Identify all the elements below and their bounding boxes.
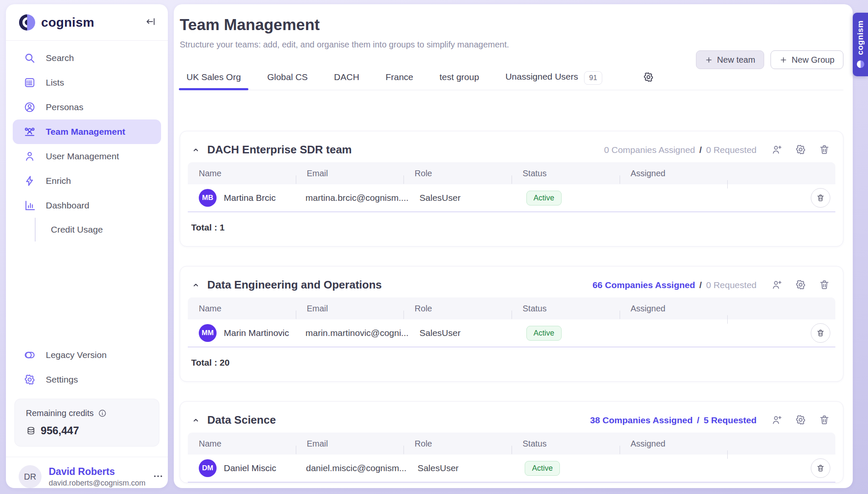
brand-tab-label: cognism [856, 20, 865, 55]
group-tabs: UK Sales Org Global CS DACH France test … [180, 69, 843, 90]
sidebar-item-dashboard[interactable]: Dashboard [13, 193, 161, 218]
avatar: DR [19, 465, 42, 488]
member-role: SalesUser [409, 328, 515, 338]
team-settings-button[interactable] [795, 144, 807, 156]
info-icon[interactable] [98, 409, 107, 418]
remove-member-button[interactable] [811, 323, 830, 343]
cognism-brand-tab[interactable]: cognism [853, 13, 868, 76]
trash-icon [819, 279, 830, 290]
personas-icon [24, 101, 36, 113]
trash-icon [816, 329, 825, 337]
tab-unassigned-users[interactable]: Unassigned Users 91 [505, 71, 602, 90]
team-card-data-engineering: Data Engineering and Operations 66 Compa… [180, 266, 843, 382]
team-settings-button[interactable] [795, 279, 807, 291]
sidebar-item-label: Enrich [46, 176, 71, 186]
sidebar-item-label: Team Management [46, 127, 125, 137]
delete-team-button[interactable] [818, 144, 830, 156]
team-name: Data Science [207, 414, 276, 427]
trash-icon [819, 144, 830, 155]
sidebar-item-label: Lists [46, 78, 64, 88]
tab-test-group[interactable]: test group [440, 72, 479, 90]
add-user-to-team-button[interactable] [771, 414, 783, 426]
remove-member-button[interactable] [811, 458, 830, 478]
trash-icon [819, 414, 830, 425]
unassigned-users-count-badge: 91 [584, 71, 602, 85]
remove-member-button[interactable] [811, 188, 830, 208]
sidebar-collapse-button[interactable] [144, 16, 157, 29]
person-plus-icon [771, 279, 782, 290]
add-user-to-team-button[interactable] [771, 279, 783, 291]
bar-chart-icon [24, 200, 36, 211]
sidebar-item-personas[interactable]: Personas [13, 95, 161, 119]
cognism-logo-icon [856, 60, 865, 69]
user-name[interactable]: David Roberts [49, 466, 145, 477]
table-header: Name Email Role Status Assigned [188, 297, 835, 319]
avatar: DM [199, 459, 217, 477]
page-background: cognism Search Lists Personas Team Manag… [0, 0, 868, 494]
header-actions: New team New Group [180, 50, 843, 69]
team-members-table: Name Email Role Status Assigned MM Marin… [188, 297, 835, 347]
companies-assigned-summary: 66 Companies Assigned / 0 Requested [593, 280, 757, 290]
sidebar-item-settings[interactable]: Settings [13, 367, 161, 392]
team-settings-button[interactable] [795, 414, 807, 426]
new-team-button[interactable]: New team [696, 50, 764, 69]
main-panel: Team Management Structure your teams: ad… [174, 4, 853, 488]
sidebar-item-label: User Management [46, 151, 119, 161]
team-total: Total : 20 [180, 347, 843, 381]
brand-logo: cognism [19, 14, 94, 31]
tab-uk-sales-org[interactable]: UK Sales Org [186, 72, 241, 90]
sidebar-item-lists[interactable]: Lists [13, 70, 161, 95]
plus-icon [779, 56, 787, 64]
remaining-credits-label: Remaining credits [26, 408, 94, 418]
lists-icon [24, 77, 36, 89]
table-row: MB Martina Brcic martina.brcic@cognism..… [188, 184, 835, 212]
member-name: Daniel Miscic [224, 463, 276, 473]
collapse-team-button[interactable] [191, 280, 200, 290]
sidebar-item-enrich[interactable]: Enrich [13, 169, 161, 193]
sidebar-item-user-management[interactable]: User Management [13, 144, 161, 169]
sidebar-item-label: Legacy Version [46, 350, 107, 360]
team-card-data-science: Data Science 38 Companies Assigned / 5 R… [180, 401, 843, 483]
user-menu-button[interactable] [153, 470, 164, 483]
plus-icon [705, 56, 713, 64]
member-role: SalesUser [406, 463, 514, 473]
sidebar-item-team-management[interactable]: Team Management [13, 119, 161, 144]
collapse-team-button[interactable] [191, 416, 200, 425]
companies-assigned-summary: 38 Companies Assigned / 5 Requested [590, 415, 757, 425]
team-members-table: Name Email Role Status Assigned MB Marti… [188, 162, 835, 212]
sidebar-spacer [6, 241, 168, 343]
member-email: marin.martinovic@cogni... [295, 328, 409, 338]
brand-wordmark: cognism [41, 15, 94, 30]
tab-dach[interactable]: DACH [334, 72, 359, 90]
collapse-team-button[interactable] [191, 145, 200, 155]
cognism-logo-icon [19, 14, 36, 31]
page-title: Team Management [180, 16, 843, 34]
sidebar-item-search[interactable]: Search [13, 46, 161, 70]
status-badge: Active [526, 326, 562, 341]
ellipsis-icon [153, 471, 164, 482]
sidebar-item-legacy-version[interactable]: Legacy Version [13, 343, 161, 367]
tab-france[interactable]: France [386, 72, 413, 90]
table-header: Name Email Role Status Assigned [188, 433, 835, 455]
sidebar: cognism Search Lists Personas Team Manag… [6, 4, 168, 488]
delete-team-button[interactable] [818, 414, 830, 426]
team-name: DACH Enterprise SDR team [207, 143, 352, 156]
avatar: MM [199, 324, 217, 342]
avatar: MB [199, 189, 217, 207]
tab-global-cs[interactable]: Global CS [267, 72, 308, 90]
sidebar-item-label: Dashboard [46, 200, 89, 211]
gear-icon [643, 72, 654, 83]
sidebar-item-credit-usage[interactable]: Credit Usage [35, 218, 161, 241]
tabs-settings-button[interactable] [643, 72, 654, 90]
new-group-button[interactable]: New Group [771, 50, 843, 69]
delete-team-button[interactable] [818, 279, 830, 291]
status-badge: Active [525, 461, 560, 476]
sidebar-header: cognism [6, 4, 168, 41]
gear-icon [795, 414, 806, 425]
sidebar-item-label: Search [46, 53, 74, 63]
member-name: Marin Martinovic [224, 328, 289, 338]
member-email: martina.brcic@cognism.... [295, 193, 409, 203]
user-icon [24, 150, 36, 162]
gear-icon [795, 279, 806, 290]
add-user-to-team-button[interactable] [771, 144, 783, 156]
